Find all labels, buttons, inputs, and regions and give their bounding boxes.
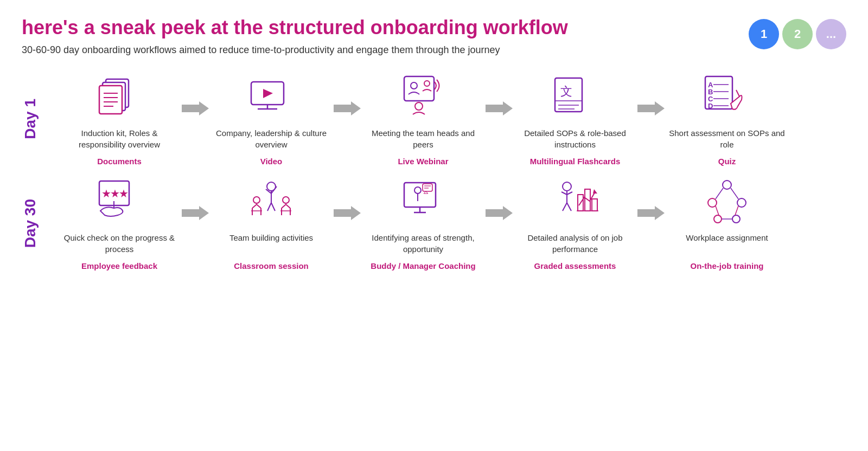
svg-line-82 [716,188,723,199]
quiz-icon: A B C D [697,72,757,121]
svg-line-68 [567,192,572,195]
svg-rect-13 [404,76,434,101]
step-feedback: ★ ★ ★ Quick check on the progress & proc… [60,177,179,270]
arrow-1 [179,100,212,138]
day1-section: Day 1 Induction kit, Roles & responsibil… [22,72,846,166]
step-desc-webinar: Meeting the team heads and peers [363,127,483,153]
step-type-classroom: Classroom session [234,261,309,270]
feedback-icon: ★ ★ ★ [90,177,149,226]
svg-rect-2 [99,86,122,114]
step-desc-feedback: Quick check on the progress & process [60,232,179,258]
svg-text:文: 文 [560,85,572,98]
svg-marker-23 [637,101,665,115]
step-type-coaching: Buddy / Manager Coaching [371,261,475,270]
svg-marker-12 [334,101,361,115]
step-quiz: A B C D Short assessment on SOPs and rol… [667,72,787,166]
svg-point-77 [723,181,731,189]
svg-line-33 [736,90,739,96]
step-flashcards: 文 Detailed SOPs & role-based instruction… [515,72,635,166]
svg-marker-7 [182,101,209,115]
svg-point-79 [737,198,746,207]
step-circle-2[interactable]: 2 [782,19,813,49]
svg-line-83 [731,188,738,199]
step-desc-quiz: Short assessment on SOPs and role [667,127,787,153]
arrow-3 [483,100,515,138]
svg-point-65 [563,182,571,191]
svg-point-80 [714,215,722,223]
svg-marker-76 [637,206,665,220]
page-title: here's a sneak peek at the structured on… [22,16,568,39]
svg-marker-75 [593,189,597,194]
svg-line-70 [567,203,571,211]
step-circle-1[interactable]: 1 [749,19,779,49]
graded-icon [545,177,605,226]
arrow-8 [635,205,667,243]
arrow-5 [179,205,212,243]
svg-line-44 [267,203,271,211]
workplace-icon [697,177,757,226]
arrow-6 [331,205,363,243]
svg-line-67 [561,192,567,195]
documents-icon [90,72,149,121]
svg-point-16 [415,102,423,110]
step-type-feedback: Employee feedback [81,261,157,270]
step-desc-graded: Detailed analysis of on job performance [515,232,635,258]
video-icon [241,72,301,121]
step-video: Company, leadership & culture overview V… [212,72,331,166]
svg-line-43 [271,186,277,194]
step-desc-video: Company, leadership & culture overview [212,127,331,153]
arrow-2 [331,100,363,138]
step-type-quiz: Quiz [718,157,736,166]
step-workplace: Workplace assignment On-the-job training [667,177,787,270]
svg-text:D: D [708,102,713,110]
svg-rect-73 [592,199,597,211]
flashcards-icon: 文 [545,72,605,121]
step-circle-3[interactable]: ... [816,19,846,49]
step-documents: Induction kit, Roles & responsibility ov… [60,72,179,166]
svg-marker-64 [486,206,513,220]
step-type-webinar: Live Webinar [398,157,448,166]
step-desc-flashcards: Detailed SOPs & role-based instructions [515,127,635,153]
step-indicators: 1 2 ... [749,19,846,49]
step-webinar: Meeting the team heads and peers Live We… [363,72,483,166]
svg-marker-39 [182,206,209,220]
classroom-icon [241,177,301,226]
day30-steps: ★ ★ ★ Quick check on the progress & proc… [60,177,846,270]
step-type-flashcards: Multilingual Flashcards [530,157,621,166]
svg-line-84 [716,206,719,215]
step-type-video: Video [260,157,283,166]
step-type-documents: Documents [97,157,142,166]
step-coaching: Identifying areas of strength, opportuni… [363,177,483,270]
svg-marker-54 [334,206,361,220]
step-graded: Detailed analysis of on job performance … [515,177,635,270]
svg-rect-58 [423,184,432,191]
svg-line-69 [563,203,567,211]
svg-point-46 [253,197,260,203]
svg-text:★: ★ [119,188,129,199]
arrow-4 [635,100,667,138]
step-desc-coaching: Identifying areas of strength, opportuni… [363,232,483,258]
svg-point-78 [708,198,717,207]
coaching-icon [393,177,453,226]
webinar-icon [393,72,453,121]
step-desc-classroom: Team building activities [229,232,313,258]
svg-line-45 [271,203,275,211]
day1-steps: Induction kit, Roles & responsibility ov… [60,72,846,166]
step-type-workplace: On-the-job training [691,261,764,270]
step-classroom: Team building activities Classroom sessi… [212,177,331,270]
arrow-7 [483,205,515,243]
day1-label: Day 1 [22,99,49,139]
step-desc-workplace: Workplace assignment [686,232,768,258]
day30-section: Day 30 ★ ★ ★ Quick check on the progress… [22,177,846,270]
step-type-graded: Graded assessments [534,261,616,270]
svg-point-81 [732,215,740,223]
step-desc-documents: Induction kit, Roles & responsibility ov… [60,127,179,153]
svg-marker-17 [486,101,513,115]
svg-line-85 [735,206,738,215]
svg-point-50 [283,197,289,203]
page-subtitle: 30-60-90 day onboarding workflows aimed … [22,44,568,56]
day30-label: Day 30 [22,199,49,248]
